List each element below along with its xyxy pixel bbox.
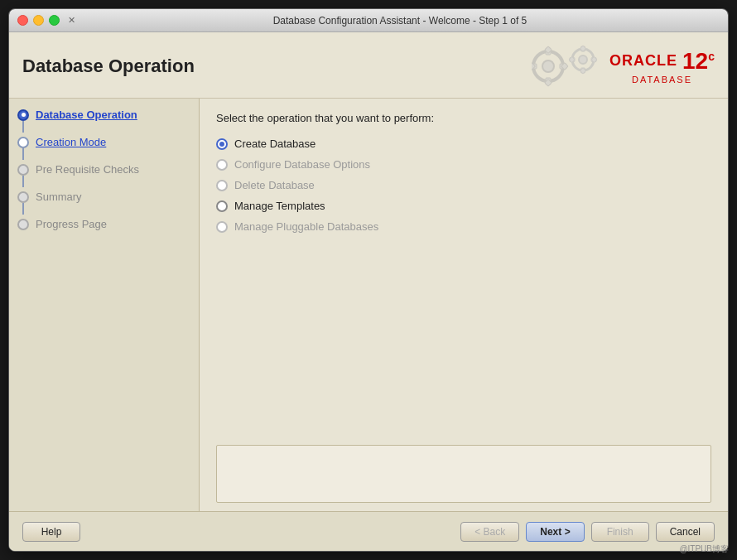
sidebar-label-pre-requisite: Pre Requisite Checks xyxy=(36,163,139,176)
sidebar-dot-summary xyxy=(17,191,29,203)
traffic-lights xyxy=(17,15,60,26)
sidebar-label-progress-page: Progress Page xyxy=(36,218,107,230)
sidebar-item-summary: Summary xyxy=(9,187,199,203)
sidebar-dot-progress-page xyxy=(17,219,29,230)
window-title: Database Configuration Assistant - Welco… xyxy=(80,15,720,27)
oracle-logo-area: ORACLE 12c DATABASE xyxy=(532,43,715,89)
page-title: Database Operation xyxy=(22,56,195,77)
sidebar-label-database-operation: Database Operation xyxy=(36,109,137,121)
maximize-button[interactable] xyxy=(49,15,60,26)
sidebar-item-progress-page: Progress Page xyxy=(9,215,199,230)
radio-circle-manage-pluggable xyxy=(216,221,228,233)
radio-item-configure-database: Configure Database Options xyxy=(216,158,711,171)
sidebar: Database Operation Creation Mode xyxy=(9,99,200,511)
sidebar-row-1: Database Operation xyxy=(9,105,199,133)
sidebar-item-pre-requisite: Pre Requisite Checks xyxy=(9,160,199,176)
sidebar-label-summary: Summary xyxy=(36,191,82,203)
content-area: Select the operation that you want to pe… xyxy=(200,99,728,511)
description-area xyxy=(216,445,711,503)
radio-group: Create Database Configure Database Optio… xyxy=(216,138,711,233)
radio-item-manage-templates[interactable]: Manage Templates xyxy=(216,200,711,212)
cancel-button[interactable]: Cancel xyxy=(656,522,715,542)
minimize-button[interactable] xyxy=(33,15,44,26)
radio-item-manage-pluggable: Manage Pluggable Databases xyxy=(216,220,711,233)
radio-label-create-database: Create Database xyxy=(234,138,316,150)
sidebar-connector-3 xyxy=(22,176,24,187)
svg-point-11 xyxy=(579,56,587,64)
sidebar-row-3: Pre Requisite Checks xyxy=(9,160,199,187)
title-bar: ✕ Database Configuration Assistant - Wel… xyxy=(9,9,728,32)
next-button[interactable]: Next > xyxy=(526,522,584,542)
content-instruction: Select the operation that you want to pe… xyxy=(216,112,711,124)
radio-label-manage-pluggable: Manage Pluggable Databases xyxy=(234,220,378,233)
oracle-text: ORACLE xyxy=(609,52,677,70)
help-button[interactable]: Help xyxy=(22,522,80,542)
watermark: @ITPUB博客 xyxy=(679,543,729,555)
radio-circle-configure-database xyxy=(216,159,228,171)
app-icon: ✕ xyxy=(68,15,75,26)
radio-circle-create-database xyxy=(216,138,228,150)
header-area: Database Operation xyxy=(9,32,728,99)
footer-left: Help xyxy=(22,522,80,542)
gears-decoration xyxy=(532,43,606,89)
body-layout: Database Operation Creation Mode xyxy=(9,99,728,511)
radio-item-create-database[interactable]: Create Database xyxy=(216,138,711,150)
sidebar-row-4: Summary xyxy=(9,187,199,215)
radio-label-delete-database: Delete Database xyxy=(234,179,315,191)
radio-label-manage-templates: Manage Templates xyxy=(234,200,325,212)
radio-item-delete-database: Delete Database xyxy=(216,179,711,191)
radio-circle-manage-templates xyxy=(216,200,228,212)
sidebar-row-2: Creation Mode xyxy=(9,133,199,160)
sidebar-dot-pre-requisite xyxy=(17,164,29,176)
sidebar-dot-database-operation xyxy=(17,109,29,121)
close-button[interactable] xyxy=(17,15,28,26)
oracle-version: 12c xyxy=(682,48,715,75)
main-content: Database Operation xyxy=(9,32,728,551)
footer: Help < Back Next > Finish Cancel xyxy=(9,511,728,551)
sidebar-row-5: Progress Page xyxy=(9,215,199,230)
main-window: ✕ Database Configuration Assistant - Wel… xyxy=(8,8,729,552)
sidebar-dot-creation-mode xyxy=(17,137,29,148)
sidebar-connector-4 xyxy=(22,203,24,215)
finish-button[interactable]: Finish xyxy=(591,522,649,542)
sidebar-connector-1 xyxy=(22,121,24,133)
footer-right: < Back Next > Finish Cancel xyxy=(460,522,715,542)
sidebar-item-creation-mode[interactable]: Creation Mode xyxy=(9,133,199,148)
radio-label-configure-database: Configure Database Options xyxy=(234,158,370,171)
sidebar-connector-2 xyxy=(22,148,24,160)
back-button[interactable]: < Back xyxy=(460,522,519,542)
oracle-brand: ORACLE 12c xyxy=(609,48,715,75)
svg-point-1 xyxy=(542,60,554,72)
sidebar-label-creation-mode[interactable]: Creation Mode xyxy=(36,136,106,148)
oracle-sub: DATABASE xyxy=(632,75,692,84)
radio-circle-delete-database xyxy=(216,180,228,191)
sidebar-item-database-operation[interactable]: Database Operation xyxy=(9,105,199,121)
